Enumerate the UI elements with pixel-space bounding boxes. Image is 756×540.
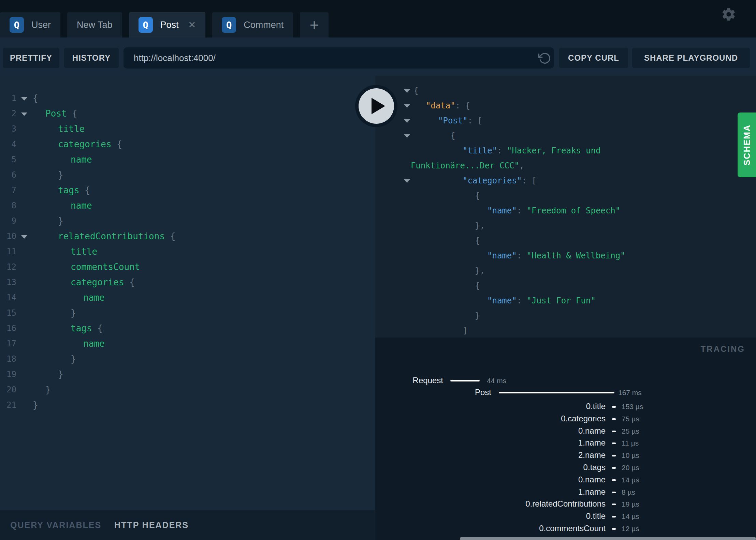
trace-span-bar xyxy=(612,406,616,408)
query-code: } xyxy=(71,305,76,321)
response-line: ] xyxy=(375,323,756,338)
response-line: "name": "Health & Wellbeing" xyxy=(375,248,756,263)
trace-span-path: 0.tags xyxy=(375,463,606,472)
fold-arrow-icon[interactable] xyxy=(21,235,27,239)
trace-span-path: 0.categories xyxy=(375,414,606,423)
prettify-button[interactable]: PRETTIFY xyxy=(3,48,59,68)
fold-arrow-icon[interactable] xyxy=(404,89,410,93)
trace-request-label: Request xyxy=(375,376,443,385)
share-playground-button[interactable]: SHARE PLAYGROUND xyxy=(632,48,750,68)
response-code: "data": { xyxy=(426,98,470,113)
trace-span-bar xyxy=(612,516,616,518)
http-headers-tab[interactable]: HTTP HEADERS xyxy=(114,520,189,530)
query-code: } xyxy=(58,213,63,229)
query-code: title xyxy=(71,244,97,259)
query-line: 17name xyxy=(0,336,375,351)
trace-span-row: 0.title153 µs xyxy=(375,402,756,412)
fold-arrow-icon[interactable] xyxy=(21,112,27,116)
trace-span-path: 2.name xyxy=(375,450,606,460)
close-tab-icon[interactable]: ✕ xyxy=(188,20,196,30)
response-code: } xyxy=(475,308,480,323)
response-code: "name": "Freedom of Speech" xyxy=(487,203,620,218)
fold-arrow-icon[interactable] xyxy=(404,134,410,138)
line-number: 1 xyxy=(0,91,16,106)
trace-post-row: Post 167 ms xyxy=(375,388,756,398)
tab-new-tab[interactable]: New Tab xyxy=(67,12,122,38)
response-line: { xyxy=(375,128,756,143)
trace-post-label: Post xyxy=(375,388,491,397)
response-code: "name": "Just For Fun" xyxy=(487,293,596,308)
query-line: 16tags { xyxy=(0,321,375,336)
line-number: 4 xyxy=(0,137,16,152)
line-number: 10 xyxy=(0,229,16,244)
query-code: tags { xyxy=(71,321,103,336)
play-icon xyxy=(372,98,385,114)
trace-span-bar xyxy=(612,442,616,444)
execute-query-button[interactable] xyxy=(355,85,397,127)
query-line: 4categories { xyxy=(0,137,375,152)
tracing-title: TRACING xyxy=(701,344,745,354)
fold-arrow-icon[interactable] xyxy=(404,119,410,123)
query-line: 8name xyxy=(0,198,375,213)
settings-gear-icon[interactable] xyxy=(721,7,736,22)
history-button[interactable]: HISTORY xyxy=(64,48,119,68)
query-code: } xyxy=(45,382,51,397)
fold-arrow-icon[interactable] xyxy=(21,97,27,101)
reset-endpoint-icon[interactable] xyxy=(538,52,551,66)
trace-span-path: 0.name xyxy=(375,426,606,436)
line-number: 16 xyxy=(0,321,16,336)
trace-span-duration: 19 µs xyxy=(622,500,639,508)
trace-span-duration: 12 µs xyxy=(622,525,639,533)
tab-user[interactable]: QUser xyxy=(0,12,60,38)
line-number: 8 xyxy=(0,198,16,213)
query-type-badge: Q xyxy=(139,17,153,33)
query-code: } xyxy=(71,351,76,367)
response-line: "name": "Freedom of Speech" xyxy=(375,203,756,218)
tab-post[interactable]: QPost✕ xyxy=(129,12,206,38)
query-code: title xyxy=(58,121,85,137)
query-code: name xyxy=(71,198,92,213)
response-line: "Post": [ xyxy=(375,113,756,128)
response-code: Funktionäre...Der CCC", xyxy=(411,158,524,173)
response-code: }, xyxy=(475,263,485,278)
response-line: Funktionäre...Der CCC", xyxy=(375,158,756,173)
response-line: { xyxy=(375,278,756,293)
play-button-circle xyxy=(359,88,394,124)
trace-span-duration: 75 µs xyxy=(622,415,639,423)
query-code: categories { xyxy=(71,275,135,290)
trace-span-bar xyxy=(612,467,616,469)
query-line: 1{ xyxy=(0,91,375,106)
response-line: "data": { xyxy=(375,98,756,113)
trace-span-row: 0.tags20 µs xyxy=(375,463,756,473)
fold-arrow-icon[interactable] xyxy=(404,104,410,108)
query-line: 11title xyxy=(0,244,375,259)
tab-label: User xyxy=(31,20,51,30)
trace-span-row: 0.title14 µs xyxy=(375,511,756,522)
trace-span-duration: 11 µs xyxy=(622,439,639,447)
horizontal-scrollbar[interactable] xyxy=(460,537,756,540)
query-editor[interactable]: 1{2Post {3title4categories {5name6}7tags… xyxy=(0,76,375,510)
trace-span-duration: 153 µs xyxy=(622,403,643,411)
line-number: 9 xyxy=(0,213,16,229)
line-number: 18 xyxy=(0,351,16,367)
copy-curl-button[interactable]: COPY CURL xyxy=(559,48,628,68)
trace-span-row: 0.categories75 µs xyxy=(375,414,756,424)
trace-span-bar xyxy=(612,504,616,505)
endpoint-url-input[interactable]: http://localhost:4000/ xyxy=(123,47,554,69)
query-line: 6} xyxy=(0,167,375,183)
line-number: 20 xyxy=(0,382,16,397)
query-line: 13categories { xyxy=(0,275,375,290)
query-line: 21} xyxy=(0,397,375,413)
trace-span-duration: 25 µs xyxy=(622,427,639,435)
query-variables-tab[interactable]: QUERY VARIABLES xyxy=(10,520,101,530)
query-code: commentsCount xyxy=(71,259,140,275)
fold-arrow-icon[interactable] xyxy=(404,179,410,183)
schema-side-tab[interactable]: SCHEMA xyxy=(738,112,756,177)
add-tab-button[interactable]: + xyxy=(300,12,329,38)
trace-span-row: 1.name11 µs xyxy=(375,438,756,448)
query-type-badge: Q xyxy=(222,17,236,33)
response-code: "Post": [ xyxy=(438,113,482,128)
query-line: 15} xyxy=(0,305,375,321)
tab-comment[interactable]: QComment xyxy=(212,12,293,38)
query-code: } xyxy=(33,397,38,413)
